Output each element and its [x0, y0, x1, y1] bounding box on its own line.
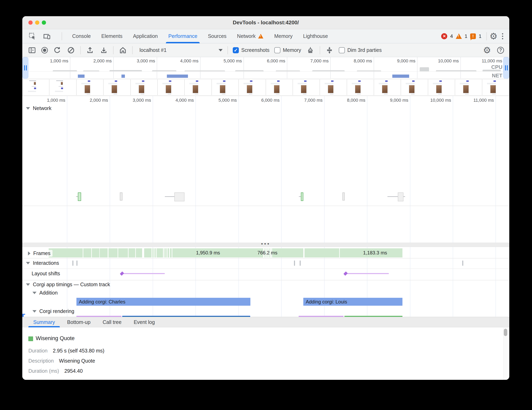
grid-line [367, 96, 367, 317]
frame-gap [153, 248, 153, 257]
overview-left-handle[interactable] [22, 57, 28, 79]
overview-right-handle[interactable] [503, 57, 509, 79]
dim-3rd-parties-checkbox[interactable]: Dim 3rd parties [339, 47, 382, 53]
error-badge-icon[interactable]: ✕ [441, 33, 447, 39]
frames-band[interactable]: 1,950.9 ms766.2 ms1,183.3 ms [49, 248, 402, 257]
dim-3rd-parties-label: Dim 3rd parties [347, 47, 382, 53]
capture-settings-gear-icon[interactable]: ⚙ [483, 46, 491, 55]
frame-gap [128, 248, 129, 257]
help-icon[interactable]: ? [497, 47, 504, 54]
film-frame[interactable] [374, 79, 401, 95]
frame-content [274, 85, 280, 93]
record-button[interactable] [41, 47, 48, 54]
download-profile-icon[interactable] [99, 46, 108, 55]
tab-performance[interactable]: Performance [163, 29, 202, 43]
track-label-text: Interactions [33, 260, 59, 266]
layout-shift-diamond-icon[interactable] [343, 272, 348, 276]
track-label-corgi-custom[interactable]: Corgi app timings — Custom track [26, 282, 110, 287]
warning-count[interactable]: 1 [465, 33, 467, 39]
layout-shift-line[interactable] [345, 273, 389, 274]
separator [320, 46, 320, 54]
tab-console[interactable]: Console [67, 29, 96, 43]
toggle-sidebar-icon[interactable] [28, 46, 37, 55]
error-count[interactable]: 4 [450, 33, 453, 39]
film-frame[interactable] [320, 79, 347, 95]
tab-lighthouse[interactable]: Lighthouse [298, 29, 333, 43]
tracks-resize-handle[interactable]: ••• [22, 243, 509, 247]
interaction-mark[interactable] [294, 261, 295, 266]
reload-and-record-icon[interactable] [53, 46, 62, 55]
issues-count[interactable]: 1 [479, 33, 481, 39]
timing-bar-addition[interactable]: Adding corgi: Charles [76, 298, 250, 306]
screenshots-checkbox[interactable]: ✓ Screenshots [233, 47, 269, 53]
frame-content [61, 88, 63, 89]
track-label-frames[interactable]: Frames [26, 250, 53, 257]
frame-content [32, 86, 36, 87]
cpu-activity-bump [83, 71, 99, 71]
group-label-corgi-rendering[interactable]: Corgi rendering [32, 308, 74, 314]
tab-network[interactable]: Network [232, 29, 269, 43]
film-frame[interactable] [184, 79, 211, 95]
interaction-mark[interactable] [72, 261, 73, 266]
profile-select[interactable]: localhost #1 [137, 47, 223, 53]
cpu-activity-bump [235, 70, 264, 71]
interaction-mark[interactable] [462, 261, 463, 266]
separator [228, 46, 228, 54]
track-label-network[interactable]: Network [26, 105, 51, 111]
film-frame[interactable] [455, 79, 482, 95]
bottom-tab-call-tree[interactable]: Call tree [96, 317, 128, 327]
tab-sources[interactable]: Sources [202, 29, 232, 43]
inspect-element-icon[interactable] [28, 32, 37, 41]
frame-gap [83, 248, 83, 257]
settings-gear-icon[interactable]: ⚙ [490, 32, 498, 41]
home-icon[interactable] [118, 46, 127, 55]
track-label-interactions[interactable]: Interactions [26, 260, 59, 266]
layout-shift-line[interactable] [122, 273, 165, 274]
bottom-tab-bottom-up[interactable]: Bottom-up [61, 317, 96, 327]
garbage-collect-icon[interactable] [306, 46, 315, 55]
film-frame[interactable] [482, 79, 509, 95]
memory-checkbox[interactable]: Memory [274, 47, 301, 53]
collapse-tracks-icon[interactable] [325, 46, 334, 55]
scrollbar-thumb[interactable] [504, 329, 507, 336]
film-frame[interactable] [266, 79, 293, 95]
timing-bar-addition[interactable]: Adding corgi: Louis [303, 298, 402, 306]
more-options-kebab-icon[interactable] [500, 33, 505, 39]
track-label-layout-shifts[interactable]: Layout shifts [32, 271, 60, 276]
bottom-tab-summary[interactable]: Summary [27, 317, 61, 327]
interaction-mark[interactable] [300, 261, 301, 266]
film-frame[interactable] [428, 79, 455, 95]
film-frame[interactable] [49, 79, 76, 95]
status-badges: ✕ 4 1 ! 1 ⚙ [441, 32, 509, 41]
film-frame[interactable] [131, 79, 158, 95]
summary-scrollbar[interactable] [503, 328, 508, 380]
tab-application[interactable]: Application [128, 29, 163, 43]
interaction-mark[interactable] [76, 261, 77, 266]
tab-memory[interactable]: Memory [269, 29, 298, 43]
film-frame[interactable] [22, 79, 49, 95]
clear-recording-icon[interactable] [66, 46, 76, 55]
tab-elements[interactable]: Elements [96, 29, 128, 43]
overview-tick-label: 10,000 ms [428, 58, 459, 64]
grid-line [238, 96, 239, 317]
device-toolbar-icon[interactable] [42, 32, 51, 41]
frame-gap [142, 248, 144, 257]
layout-shift-diamond-icon[interactable] [120, 272, 124, 276]
film-frame[interactable] [212, 79, 239, 95]
checkbox-checked-icon: ✓ [233, 47, 239, 53]
issues-badge-icon[interactable]: ! [470, 33, 476, 39]
film-frame[interactable] [239, 79, 266, 95]
film-frame[interactable] [401, 79, 428, 95]
warning-badge-icon[interactable] [456, 33, 462, 39]
film-frame[interactable] [103, 79, 130, 95]
film-frame[interactable] [76, 79, 103, 95]
film-frame[interactable] [158, 79, 184, 95]
bottom-tab-event-log[interactable]: Event log [128, 317, 161, 327]
film-frame[interactable] [347, 79, 374, 95]
group-label-text: Addition [39, 290, 57, 296]
frame-content [412, 81, 415, 82]
film-frame[interactable] [293, 79, 320, 95]
overview-tick-label: 9,000 ms [385, 58, 415, 64]
upload-profile-icon[interactable] [86, 46, 95, 55]
group-label-addition[interactable]: Addition [32, 290, 57, 296]
